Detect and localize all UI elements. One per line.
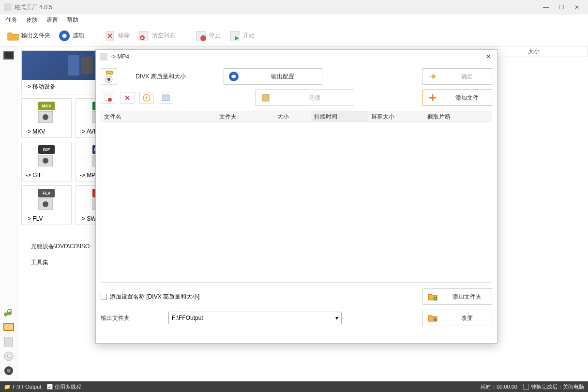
start-button[interactable]: 开始 <box>226 28 257 44</box>
format-tile-mkv[interactable]: MKV -> MKV <box>21 98 72 138</box>
remove-label: 移除 <box>118 31 130 40</box>
output-path-combo[interactable]: F:\FFOutput ▾ <box>168 312 342 324</box>
format-image: FLV <box>22 186 71 213</box>
dialog-titlebar: -> MP4 ✕ <box>96 50 497 63</box>
add-file-label: 添加文件 <box>442 94 492 102</box>
maximize-button[interactable]: ☐ <box>554 2 569 12</box>
th-size[interactable]: 大小 <box>274 111 311 121</box>
elapsed-label: 耗时： <box>481 383 497 391</box>
video-category-icon[interactable] <box>2 49 15 61</box>
dialog-close-button[interactable]: ✕ <box>483 53 493 60</box>
picture-category-icon[interactable] <box>2 321 15 333</box>
col-size[interactable]: 大小 <box>525 46 588 57</box>
audio-category-icon[interactable] <box>2 307 15 318</box>
menu-help[interactable]: 帮助 <box>67 16 78 24</box>
close-button[interactable]: ✕ <box>570 2 584 12</box>
svg-point-29 <box>43 201 48 207</box>
start-label: 开始 <box>243 31 255 40</box>
svg-point-38 <box>108 98 112 102</box>
format-tile-gif[interactable]: GIF -> GIF <box>21 142 72 181</box>
mini-info-button[interactable] <box>159 92 173 104</box>
menu-task[interactable]: 任务 <box>6 16 17 24</box>
remove-button[interactable]: 移除 <box>101 28 133 44</box>
th-folder[interactable]: 文件夹 <box>216 111 274 121</box>
clear-button[interactable]: 清空列表 <box>135 28 178 44</box>
th-screen[interactable]: 屏幕大小 <box>368 111 424 121</box>
svg-point-17 <box>43 114 48 120</box>
profile-label: DIVX 高质量和大小 <box>122 73 199 81</box>
th-clip[interactable]: 截取片断 <box>424 111 492 121</box>
rom-category-icon[interactable] <box>2 350 15 362</box>
after-label: 转换完成后： <box>531 383 563 391</box>
add-setting-checkbox[interactable] <box>101 294 107 300</box>
app-icon <box>4 3 12 11</box>
folder-gear-icon <box>423 314 442 322</box>
change-button[interactable]: 改变 <box>422 310 492 326</box>
remove-icon <box>104 30 116 42</box>
mini-play-button[interactable] <box>139 92 154 104</box>
output-folder-label-dlg: 输出文件夹 <box>101 314 164 322</box>
folder-small-icon: 📁 <box>4 384 11 390</box>
stop-button[interactable]: 停止 <box>192 28 224 44</box>
change-label: 改变 <box>442 314 492 322</box>
menubar: 任务 皮肤 语言 帮助 <box>0 15 588 25</box>
output-path-value: F:\FFOutput <box>172 315 203 321</box>
dialog-icon <box>100 53 107 60</box>
plus-icon <box>423 93 442 103</box>
start-icon <box>228 30 241 42</box>
ok-button[interactable]: 确定 <box>422 68 492 85</box>
mini-delete-button[interactable] <box>101 92 115 104</box>
svg-point-5 <box>200 35 206 41</box>
output-folder-label: 输出文件夹 <box>21 31 50 40</box>
menu-lang[interactable]: 语言 <box>46 16 58 24</box>
format-image: GIF <box>22 142 71 169</box>
options-button[interactable]: 选项 <box>55 28 87 44</box>
svg-rect-8 <box>4 52 13 59</box>
dialog-options-label: 选项 <box>275 94 354 102</box>
statusbar: 📁 F:\FFOutput ✓ 使用多线程 耗时： 00:00:00 转换完成后… <box>0 381 588 392</box>
status-path[interactable]: F:\FFOutput <box>13 384 41 390</box>
format-tile-flv[interactable]: FLV -> FLV <box>21 185 72 225</box>
add-folder-button[interactable]: 添加文件夹 <box>422 288 492 305</box>
add-folder-label: 添加文件夹 <box>442 293 492 301</box>
folder-plus-icon <box>423 292 442 301</box>
stop-icon <box>195 30 207 42</box>
svg-rect-40 <box>163 95 169 101</box>
arrow-icon <box>423 73 442 80</box>
th-duration[interactable]: 持续时间 <box>311 111 368 121</box>
svg-rect-11 <box>4 337 13 347</box>
output-folder-button[interactable]: 输出文件夹 <box>4 28 53 44</box>
document-category-icon[interactable] <box>2 336 15 347</box>
dialog-options-button[interactable]: 选项 <box>256 90 354 106</box>
elapsed-value: 00:00:00 <box>497 384 517 390</box>
file-table-header: 文件名 文件夹 大小 持续时间 屏幕大小 截取片断 <box>101 111 492 122</box>
multithread-label: 使用多线程 <box>55 383 81 391</box>
main-toolbar: 输出文件夹 选项 移除 清空列表 停止 开始 <box>0 25 588 46</box>
svg-rect-10 <box>4 324 13 330</box>
stop-label: 停止 <box>209 31 221 40</box>
add-setting-label: 添加设置名称 [DIVX 高质量和大小] <box>110 293 199 301</box>
svg-text:MP4: MP4 <box>107 71 112 74</box>
svg-point-15 <box>7 369 11 373</box>
output-config-button[interactable]: 输出配置 <box>224 68 322 85</box>
output-config-label: 输出配置 <box>243 73 322 81</box>
menu-skin[interactable]: 皮肤 <box>26 16 38 24</box>
tools-category-icon[interactable] <box>2 365 15 377</box>
after-checkbox[interactable] <box>523 384 529 390</box>
clear-icon <box>137 30 150 42</box>
svg-rect-41 <box>262 94 269 101</box>
format-label: -> MKV <box>22 126 71 137</box>
add-file-button[interactable]: 添加文件 <box>422 90 492 106</box>
minimize-button[interactable]: — <box>539 2 553 12</box>
th-name[interactable]: 文件名 <box>101 111 216 121</box>
window-titlebar: 格式工厂 4.0.5 — ☐ ✕ <box>0 0 588 15</box>
format-label: -> GIF <box>22 169 71 181</box>
svg-point-43 <box>434 318 437 321</box>
ok-label: 确定 <box>442 73 492 81</box>
window-title: 格式工厂 4.0.5 <box>15 3 538 12</box>
mini-clear-button[interactable] <box>120 92 135 104</box>
multithread-checkbox[interactable]: ✓ <box>47 384 53 390</box>
clear-label: 清空列表 <box>152 31 175 40</box>
options-icon <box>58 30 71 42</box>
mini-toolbar <box>101 92 173 104</box>
